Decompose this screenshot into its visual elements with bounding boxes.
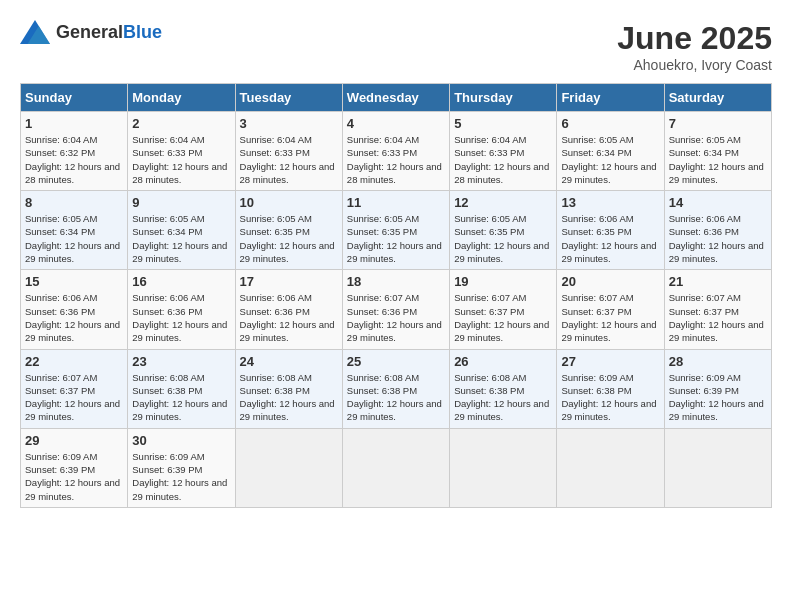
- day-header-sunday: Sunday: [21, 84, 128, 112]
- day-detail: Sunrise: 6:08 AM Sunset: 6:38 PM Dayligh…: [240, 371, 338, 424]
- day-number: 23: [132, 354, 230, 369]
- calendar-cell: 12Sunrise: 6:05 AM Sunset: 6:35 PM Dayli…: [450, 191, 557, 270]
- logo-general: General: [56, 22, 123, 42]
- day-number: 22: [25, 354, 123, 369]
- calendar-week-2: 8Sunrise: 6:05 AM Sunset: 6:34 PM Daylig…: [21, 191, 772, 270]
- day-detail: Sunrise: 6:07 AM Sunset: 6:37 PM Dayligh…: [669, 291, 767, 344]
- calendar-cell: 8Sunrise: 6:05 AM Sunset: 6:34 PM Daylig…: [21, 191, 128, 270]
- day-number: 17: [240, 274, 338, 289]
- day-detail: Sunrise: 6:06 AM Sunset: 6:36 PM Dayligh…: [25, 291, 123, 344]
- day-number: 10: [240, 195, 338, 210]
- day-number: 3: [240, 116, 338, 131]
- logo: GeneralBlue: [20, 20, 162, 44]
- day-detail: Sunrise: 6:04 AM Sunset: 6:33 PM Dayligh…: [454, 133, 552, 186]
- day-detail: Sunrise: 6:09 AM Sunset: 6:39 PM Dayligh…: [132, 450, 230, 503]
- day-detail: Sunrise: 6:09 AM Sunset: 6:39 PM Dayligh…: [25, 450, 123, 503]
- day-detail: Sunrise: 6:05 AM Sunset: 6:34 PM Dayligh…: [132, 212, 230, 265]
- calendar-cell: 16Sunrise: 6:06 AM Sunset: 6:36 PM Dayli…: [128, 270, 235, 349]
- calendar-week-1: 1Sunrise: 6:04 AM Sunset: 6:32 PM Daylig…: [21, 112, 772, 191]
- calendar-cell: 4Sunrise: 6:04 AM Sunset: 6:33 PM Daylig…: [342, 112, 449, 191]
- day-number: 1: [25, 116, 123, 131]
- day-detail: Sunrise: 6:08 AM Sunset: 6:38 PM Dayligh…: [132, 371, 230, 424]
- day-detail: Sunrise: 6:09 AM Sunset: 6:38 PM Dayligh…: [561, 371, 659, 424]
- day-number: 25: [347, 354, 445, 369]
- day-detail: Sunrise: 6:06 AM Sunset: 6:36 PM Dayligh…: [132, 291, 230, 344]
- calendar-cell: 13Sunrise: 6:06 AM Sunset: 6:35 PM Dayli…: [557, 191, 664, 270]
- logo-icon: [20, 20, 50, 44]
- day-number: 20: [561, 274, 659, 289]
- day-detail: Sunrise: 6:07 AM Sunset: 6:36 PM Dayligh…: [347, 291, 445, 344]
- day-detail: Sunrise: 6:06 AM Sunset: 6:36 PM Dayligh…: [669, 212, 767, 265]
- day-detail: Sunrise: 6:04 AM Sunset: 6:33 PM Dayligh…: [347, 133, 445, 186]
- day-detail: Sunrise: 6:08 AM Sunset: 6:38 PM Dayligh…: [347, 371, 445, 424]
- logo-text: GeneralBlue: [56, 22, 162, 43]
- day-number: 12: [454, 195, 552, 210]
- calendar-cell: 22Sunrise: 6:07 AM Sunset: 6:37 PM Dayli…: [21, 349, 128, 428]
- calendar-cell: 14Sunrise: 6:06 AM Sunset: 6:36 PM Dayli…: [664, 191, 771, 270]
- calendar-cell: [235, 428, 342, 507]
- day-header-monday: Monday: [128, 84, 235, 112]
- day-detail: Sunrise: 6:04 AM Sunset: 6:33 PM Dayligh…: [240, 133, 338, 186]
- calendar-week-3: 15Sunrise: 6:06 AM Sunset: 6:36 PM Dayli…: [21, 270, 772, 349]
- day-header-tuesday: Tuesday: [235, 84, 342, 112]
- calendar-cell: 9Sunrise: 6:05 AM Sunset: 6:34 PM Daylig…: [128, 191, 235, 270]
- calendar-cell: 11Sunrise: 6:05 AM Sunset: 6:35 PM Dayli…: [342, 191, 449, 270]
- day-number: 2: [132, 116, 230, 131]
- day-header-friday: Friday: [557, 84, 664, 112]
- day-number: 24: [240, 354, 338, 369]
- calendar-cell: 17Sunrise: 6:06 AM Sunset: 6:36 PM Dayli…: [235, 270, 342, 349]
- day-detail: Sunrise: 6:08 AM Sunset: 6:38 PM Dayligh…: [454, 371, 552, 424]
- calendar-cell: 6Sunrise: 6:05 AM Sunset: 6:34 PM Daylig…: [557, 112, 664, 191]
- day-number: 9: [132, 195, 230, 210]
- calendar-cell: [664, 428, 771, 507]
- calendar-cell: 15Sunrise: 6:06 AM Sunset: 6:36 PM Dayli…: [21, 270, 128, 349]
- day-detail: Sunrise: 6:07 AM Sunset: 6:37 PM Dayligh…: [454, 291, 552, 344]
- day-detail: Sunrise: 6:06 AM Sunset: 6:36 PM Dayligh…: [240, 291, 338, 344]
- day-number: 14: [669, 195, 767, 210]
- calendar-cell: 24Sunrise: 6:08 AM Sunset: 6:38 PM Dayli…: [235, 349, 342, 428]
- day-number: 19: [454, 274, 552, 289]
- day-number: 7: [669, 116, 767, 131]
- calendar-week-4: 22Sunrise: 6:07 AM Sunset: 6:37 PM Dayli…: [21, 349, 772, 428]
- day-header-wednesday: Wednesday: [342, 84, 449, 112]
- day-detail: Sunrise: 6:06 AM Sunset: 6:35 PM Dayligh…: [561, 212, 659, 265]
- calendar-cell: 29Sunrise: 6:09 AM Sunset: 6:39 PM Dayli…: [21, 428, 128, 507]
- calendar-title: June 2025: [617, 20, 772, 57]
- day-number: 11: [347, 195, 445, 210]
- calendar-cell: 10Sunrise: 6:05 AM Sunset: 6:35 PM Dayli…: [235, 191, 342, 270]
- calendar-cell: 19Sunrise: 6:07 AM Sunset: 6:37 PM Dayli…: [450, 270, 557, 349]
- logo-blue: Blue: [123, 22, 162, 42]
- title-area: June 2025 Ahouekro, Ivory Coast: [617, 20, 772, 73]
- day-number: 30: [132, 433, 230, 448]
- calendar-cell: 21Sunrise: 6:07 AM Sunset: 6:37 PM Dayli…: [664, 270, 771, 349]
- day-detail: Sunrise: 6:04 AM Sunset: 6:32 PM Dayligh…: [25, 133, 123, 186]
- day-detail: Sunrise: 6:05 AM Sunset: 6:35 PM Dayligh…: [240, 212, 338, 265]
- calendar-cell: 20Sunrise: 6:07 AM Sunset: 6:37 PM Dayli…: [557, 270, 664, 349]
- calendar-cell: 27Sunrise: 6:09 AM Sunset: 6:38 PM Dayli…: [557, 349, 664, 428]
- day-header-saturday: Saturday: [664, 84, 771, 112]
- day-detail: Sunrise: 6:05 AM Sunset: 6:35 PM Dayligh…: [454, 212, 552, 265]
- day-detail: Sunrise: 6:05 AM Sunset: 6:34 PM Dayligh…: [669, 133, 767, 186]
- calendar-table: SundayMondayTuesdayWednesdayThursdayFrid…: [20, 83, 772, 508]
- day-detail: Sunrise: 6:05 AM Sunset: 6:35 PM Dayligh…: [347, 212, 445, 265]
- day-number: 6: [561, 116, 659, 131]
- calendar-week-5: 29Sunrise: 6:09 AM Sunset: 6:39 PM Dayli…: [21, 428, 772, 507]
- calendar-cell: 26Sunrise: 6:08 AM Sunset: 6:38 PM Dayli…: [450, 349, 557, 428]
- day-number: 15: [25, 274, 123, 289]
- calendar-cell: [557, 428, 664, 507]
- calendar-header-row: SundayMondayTuesdayWednesdayThursdayFrid…: [21, 84, 772, 112]
- day-number: 27: [561, 354, 659, 369]
- calendar-cell: [450, 428, 557, 507]
- day-detail: Sunrise: 6:07 AM Sunset: 6:37 PM Dayligh…: [25, 371, 123, 424]
- calendar-cell: [342, 428, 449, 507]
- day-number: 21: [669, 274, 767, 289]
- day-detail: Sunrise: 6:09 AM Sunset: 6:39 PM Dayligh…: [669, 371, 767, 424]
- day-number: 5: [454, 116, 552, 131]
- day-number: 29: [25, 433, 123, 448]
- day-number: 13: [561, 195, 659, 210]
- calendar-cell: 23Sunrise: 6:08 AM Sunset: 6:38 PM Dayli…: [128, 349, 235, 428]
- calendar-subtitle: Ahouekro, Ivory Coast: [617, 57, 772, 73]
- day-number: 28: [669, 354, 767, 369]
- calendar-cell: 7Sunrise: 6:05 AM Sunset: 6:34 PM Daylig…: [664, 112, 771, 191]
- calendar-cell: 2Sunrise: 6:04 AM Sunset: 6:33 PM Daylig…: [128, 112, 235, 191]
